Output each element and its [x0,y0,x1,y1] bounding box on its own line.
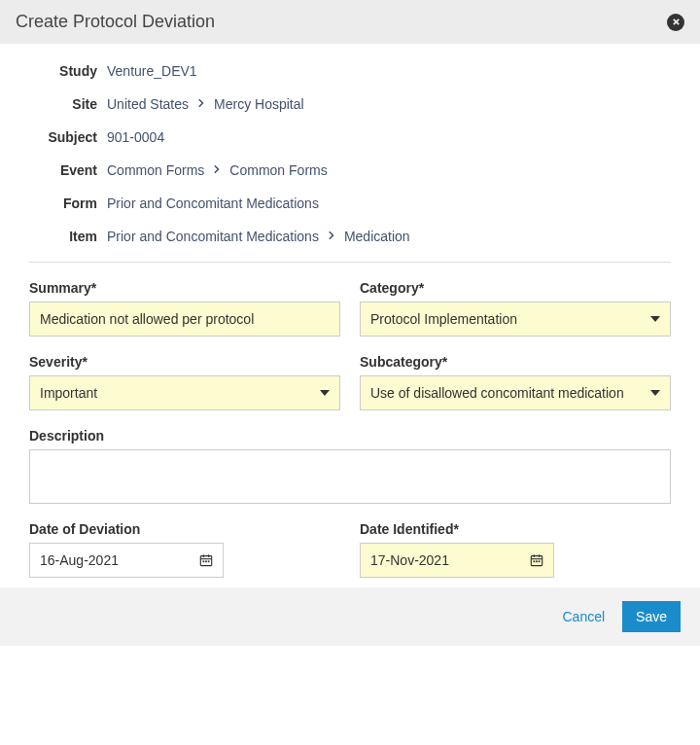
cancel-button[interactable]: Cancel [562,609,605,624]
chevron-down-icon [320,390,330,396]
close-icon[interactable] [667,14,684,31]
context-value: Common Forms Common Forms [107,162,328,178]
context-label: Site [29,96,97,112]
chevron-right-icon [198,98,204,110]
chevron-right-icon [214,164,220,176]
breadcrumb-part: Common Forms [107,162,204,178]
context-event: Event Common Forms Common Forms [29,162,671,178]
date-of-deviation-input[interactable]: 16-Aug-2021 [29,543,224,578]
field-summary: Summary* Medication not allowed per prot… [29,280,340,337]
breadcrumb-part: Medication [344,229,410,244]
context-value: Prior and Concomitant Medications [107,195,319,211]
description-textarea[interactable] [29,449,671,504]
date-identified-input[interactable]: 17-Nov-2021 [360,543,554,578]
chevron-down-icon [650,316,660,322]
calendar-icon [199,553,213,567]
breadcrumb-part: United States [107,96,189,112]
field-label: Summary* [29,280,340,296]
context-subject: Subject 901-0004 [29,129,671,145]
field-description: Description [29,428,671,504]
input-value: 17-Nov-2021 [370,552,530,568]
context-label: Item [29,229,97,244]
chevron-right-icon [329,231,334,242]
context-label: Form [29,195,97,211]
save-button[interactable]: Save [622,601,681,632]
context-label: Subject [29,129,97,145]
field-label: Subcategory* [360,354,671,370]
select-value: Use of disallowed concomitant medication [370,385,643,401]
dialog-title: Create Protocol Deviation [16,12,215,32]
breadcrumb-part: Common Forms [229,162,327,178]
context-item: Item Prior and Concomitant Medications M… [29,229,671,244]
field-label: Severity* [29,354,340,370]
svg-rect-14 [536,560,538,562]
dialog-footer: Cancel Save [0,587,700,646]
svg-rect-7 [205,560,207,562]
svg-rect-8 [208,560,210,562]
context-label: Event [29,162,97,178]
context-site: Site United States Mercy Hospital [29,96,671,112]
field-label: Category* [360,280,671,296]
field-label: Description [29,428,671,443]
context-value: United States Mercy Hospital [107,96,304,112]
category-select[interactable]: Protocol Implementation [360,302,671,337]
context-study: Study Venture_DEV1 [29,63,671,79]
svg-rect-6 [203,560,205,562]
context-label: Study [29,63,97,79]
select-value: Important [40,385,312,401]
svg-rect-13 [534,560,536,562]
field-date-of-deviation: Date of Deviation 16-Aug-2021 [29,521,340,578]
select-value: Protocol Implementation [370,311,643,327]
svg-rect-15 [539,560,541,562]
breadcrumb-part: Mercy Hospital [214,96,304,112]
divider [29,262,671,263]
context-form: Form Prior and Concomitant Medications [29,195,671,211]
summary-input[interactable]: Medication not allowed per protocol [29,302,340,337]
input-value: Medication not allowed per protocol [40,311,330,327]
severity-select[interactable]: Important [29,375,340,410]
field-severity: Severity* Important [29,354,340,410]
context-value: Venture_DEV1 [107,63,197,79]
subcategory-select[interactable]: Use of disallowed concomitant medication [360,375,671,410]
dialog-body: Study Venture_DEV1 Site United States Me… [0,44,700,587]
chevron-down-icon [650,390,660,396]
breadcrumb-part: Prior and Concomitant Medications [107,229,319,244]
input-value: 16-Aug-2021 [40,552,199,568]
context-value: Prior and Concomitant Medications Medica… [107,229,410,244]
field-label: Date Identified* [360,521,671,537]
form-grid: Summary* Medication not allowed per prot… [29,280,671,578]
field-subcategory: Subcategory* Use of disallowed concomita… [360,354,671,410]
field-label: Date of Deviation [29,521,340,537]
calendar-icon [530,553,543,567]
dialog-header: Create Protocol Deviation [0,0,700,44]
context-value: 901-0004 [107,129,164,145]
field-category: Category* Protocol Implementation [360,280,671,337]
field-date-identified: Date Identified* 17-Nov-2021 [360,521,671,578]
